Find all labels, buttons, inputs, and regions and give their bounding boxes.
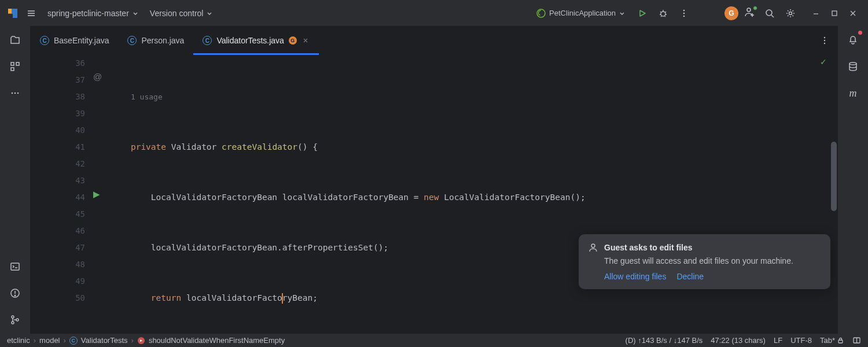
app-logo-icon (7, 8, 19, 19)
code-content[interactable]: 1 usage private Validator createValidato… (111, 55, 837, 334)
svg-point-17 (683, 12, 685, 14)
notification-dot-icon (858, 31, 862, 35)
spring-icon (536, 9, 546, 18)
code-editor[interactable]: 36 37 38 39 40 41 42 43 44 45 46 47 48 4… (31, 55, 837, 334)
terminal-tool-icon[interactable] (7, 259, 23, 275)
search-icon[interactable] (762, 5, 778, 21)
titlebar: spring-petclinic-master Version control … (0, 0, 868, 26)
usage-marker-icon[interactable]: @ (93, 72, 102, 82)
status-bar: etclinic › model › C ValidatorTests › sh… (0, 334, 868, 347)
tab-person[interactable]: C Person.java (118, 26, 193, 55)
svg-point-47 (591, 244, 595, 248)
tab-label: BaseEntity.java (54, 36, 109, 45)
chevron-right-icon: › (34, 336, 36, 345)
svg-line-10 (660, 12, 661, 13)
run-gutter-icon[interactable]: ▶ (93, 189, 100, 200)
chevron-right-icon: › (64, 336, 66, 345)
svg-point-32 (12, 93, 13, 94)
usage-hint[interactable]: 1 usage (131, 93, 163, 101)
reader-mode-icon[interactable] (852, 336, 861, 345)
vcs-selector[interactable]: Version control (146, 6, 216, 20)
svg-line-11 (665, 12, 666, 13)
problems-tool-icon[interactable] (7, 285, 23, 301)
indent-status[interactable]: Tab* (820, 336, 835, 345)
run-button[interactable] (634, 5, 650, 21)
user-icon (588, 242, 598, 253)
settings-icon[interactable] (782, 5, 799, 21)
tab-baseentity[interactable]: C BaseEntity.java (31, 26, 118, 55)
gutter-marks: @ ▶ (89, 55, 111, 334)
class-icon: C (203, 36, 212, 45)
scrollbar-track: ✓ (829, 55, 837, 334)
svg-point-8 (661, 12, 665, 16)
close-button[interactable] (845, 5, 861, 21)
right-toolbar: m (837, 26, 868, 334)
popup-title: Guest asks to edit files (604, 243, 693, 252)
project-name: spring-petclinic-master (47, 9, 129, 18)
tabs-more-icon[interactable] (812, 26, 837, 55)
more-tools-icon[interactable] (7, 85, 23, 101)
svg-point-44 (824, 37, 825, 38)
svg-line-15 (664, 16, 665, 17)
svg-point-45 (824, 40, 825, 41)
line-ending[interactable]: LF (774, 336, 782, 345)
svg-rect-35 (11, 263, 19, 270)
popup-body: The guest will access and edit files on … (604, 255, 821, 267)
hamburger-menu-icon[interactable] (23, 5, 39, 21)
test-method-icon (137, 337, 145, 345)
git-tool-icon[interactable] (7, 312, 23, 328)
svg-line-14 (661, 16, 662, 17)
decline-link[interactable]: Decline (676, 272, 704, 281)
project-selector[interactable]: spring-petclinic-master (44, 6, 142, 20)
notifications-icon[interactable] (845, 32, 861, 48)
breadcrumb[interactable]: etclinic › model › C ValidatorTests › sh… (7, 336, 285, 345)
chevron-right-icon: › (131, 336, 134, 345)
network-status[interactable]: (D) ↑143 B/s / ↓147 B/s (626, 336, 703, 345)
structure-tool-icon[interactable] (7, 58, 23, 75)
svg-point-46 (824, 43, 825, 44)
svg-point-39 (12, 316, 14, 318)
guest-badge: G (289, 36, 297, 45)
presence-dot-icon (753, 6, 757, 10)
svg-rect-30 (16, 62, 19, 65)
editor-tabs: C BaseEntity.java C Person.java C Valida… (31, 26, 837, 55)
run-config-selector[interactable]: PetClinicApplication (532, 6, 630, 20)
tab-label: ValidatorTests.java (216, 36, 284, 45)
cursor-position[interactable]: 47:22 (13 chars) (711, 336, 766, 345)
svg-rect-50 (838, 340, 843, 343)
chevron-down-icon (207, 10, 212, 16)
vcs-label: Version control (150, 9, 204, 18)
svg-rect-3 (8, 14, 13, 18)
database-tool-icon[interactable] (845, 58, 861, 75)
svg-point-48 (849, 62, 856, 65)
close-tab-icon[interactable] (301, 36, 310, 45)
lock-icon[interactable] (837, 337, 844, 344)
svg-point-33 (14, 93, 16, 94)
svg-point-34 (17, 93, 19, 94)
code-with-me-icon[interactable] (743, 6, 757, 20)
left-toolbar (0, 26, 31, 334)
class-icon: C (69, 337, 78, 345)
more-actions-icon[interactable] (676, 5, 692, 21)
permission-popup: Guest asks to edit files The guest will … (579, 234, 830, 289)
project-tool-icon[interactable] (7, 32, 23, 48)
scroll-thumb[interactable] (831, 142, 837, 211)
encoding[interactable]: UTF-8 (790, 336, 812, 345)
svg-line-23 (771, 15, 774, 17)
run-config-name: PetClinicApplication (549, 9, 616, 17)
allow-editing-link[interactable]: Allow editing files (604, 272, 666, 281)
debug-button[interactable] (655, 5, 671, 21)
user-avatar[interactable]: G (724, 6, 738, 20)
svg-point-22 (766, 10, 772, 16)
svg-point-40 (12, 322, 14, 324)
maven-tool-icon[interactable]: m (845, 85, 861, 101)
minimize-button[interactable] (808, 5, 824, 21)
svg-point-24 (789, 12, 792, 14)
svg-point-18 (683, 15, 685, 17)
svg-rect-29 (11, 62, 14, 65)
chevron-down-icon (133, 10, 138, 16)
tab-validatortests[interactable]: C ValidatorTests.java G (193, 26, 318, 55)
svg-point-19 (747, 8, 751, 12)
maximize-button[interactable] (826, 5, 843, 21)
inspection-ok-icon[interactable]: ✓ (820, 57, 827, 67)
